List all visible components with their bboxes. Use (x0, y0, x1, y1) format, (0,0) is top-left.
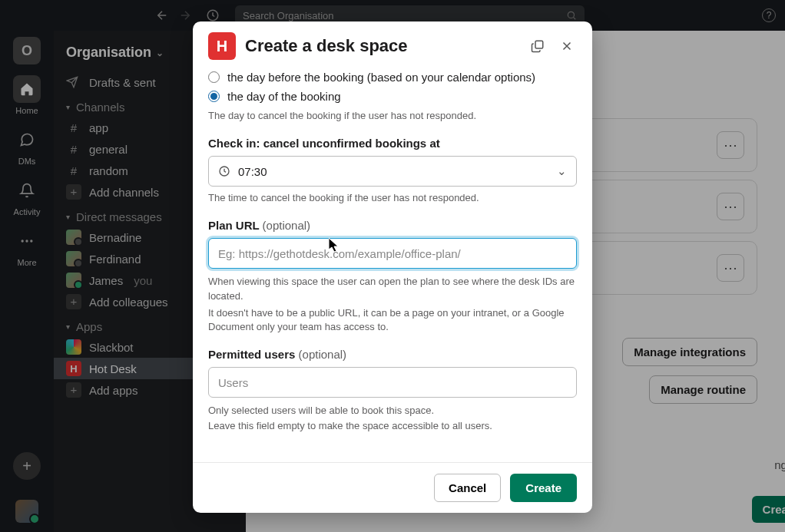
create-button[interactable]: Create (510, 474, 577, 502)
plan-url-input[interactable] (208, 238, 577, 269)
planurl-label: Plan URL (optional) (208, 219, 577, 232)
checkin-label: Check in: cancel unconfirmed bookings at (208, 137, 577, 150)
modal-body[interactable]: the day before the booking (based on you… (193, 71, 592, 462)
radio-day-of[interactable]: the day of the booking (208, 90, 577, 103)
create-desk-space-modal: H Create a desk space the day before the… (193, 21, 592, 513)
hotdesk-icon: H (208, 32, 236, 60)
clock-icon (218, 165, 230, 177)
checkin-time-select[interactable]: 07:30 ⌄ (208, 156, 577, 187)
svg-rect-5 (535, 41, 543, 48)
close-button[interactable] (557, 36, 577, 56)
help-text: Leave this field empty to make the space… (208, 419, 577, 433)
permitted-users-select[interactable]: Users (208, 367, 577, 398)
help-text: When viewing this space the user can ope… (208, 275, 577, 302)
radio-input[interactable] (208, 91, 220, 102)
radio-input[interactable] (208, 71, 220, 83)
help-text: The time to cancel the booking if the us… (208, 191, 577, 205)
modal-header: H Create a desk space (193, 21, 592, 71)
modal-title: Create a desk space (245, 36, 408, 56)
popout-button[interactable] (528, 36, 548, 56)
checkin-value: 07:30 (238, 165, 267, 178)
modal-footer: Cancel Create (193, 462, 592, 513)
permitted-label: Permitted users (optional) (208, 348, 577, 361)
cancel-button[interactable]: Cancel (434, 474, 501, 502)
help-text: The day to cancel the booking if the use… (208, 109, 577, 123)
radio-day-before[interactable]: the day before the booking (based on you… (208, 71, 577, 84)
help-text: Only selected users will be able to book… (208, 404, 577, 418)
chevron-down-icon: ⌄ (557, 164, 567, 178)
help-text: It doesn't have to be a public URL, it c… (208, 306, 577, 334)
